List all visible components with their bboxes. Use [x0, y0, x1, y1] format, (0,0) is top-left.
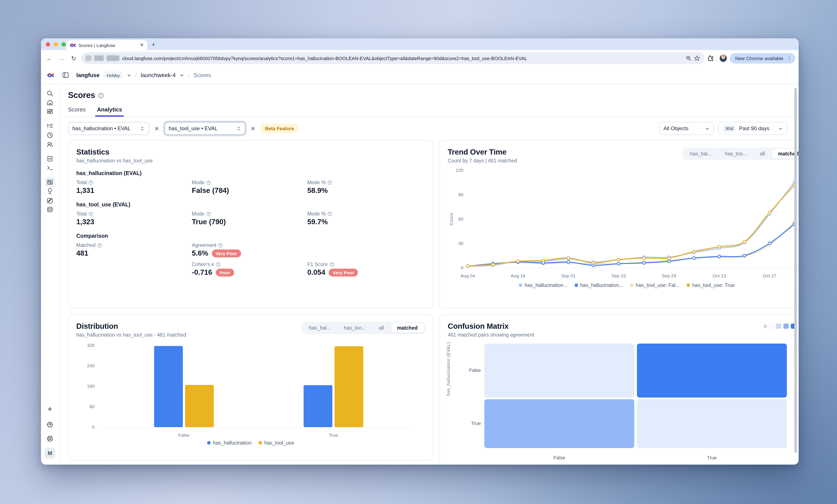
view-tab-has-too-[interactable]: has_too...: [719, 149, 753, 158]
scores-icon: [47, 179, 53, 185]
rating-badge: Very Poor: [212, 249, 241, 257]
help-icon[interactable]: [218, 243, 223, 247]
plan-badge: Hobby: [104, 71, 123, 79]
view-tab-has-too-[interactable]: has_too...: [338, 323, 372, 333]
scrollbar-thumb[interactable]: [794, 88, 797, 453]
confusion-cell-false-false[interactable]: [484, 343, 634, 397]
svg-text:True: True: [329, 433, 338, 437]
site-info-chip[interactable]: [86, 55, 92, 61]
extensions-puzzle-icon[interactable]: [707, 55, 714, 61]
confusion-col-label: True: [638, 455, 786, 460]
remove-score1-button[interactable]: ✕: [154, 125, 160, 132]
tab-scores[interactable]: Scores: [68, 106, 86, 117]
new-chrome-available-button[interactable]: New Chrome available ⋮: [730, 53, 795, 63]
metric-value: 0.054: [307, 268, 325, 277]
chevron-down-icon: [705, 126, 710, 131]
score1-value: has_hallucination • EVAL: [72, 125, 137, 131]
distribution-bar-chart: 080160240320FalseTrue: [76, 339, 421, 440]
sidebar-item-settings[interactable]: [45, 419, 55, 429]
help-icon[interactable]: [330, 262, 334, 267]
sidebar-toggle-icon[interactable]: [63, 72, 69, 78]
scale-max-label: 303: [798, 323, 799, 329]
breadcrumb-page[interactable]: Scores: [194, 72, 211, 78]
legend-dot: [207, 441, 211, 445]
help-icon[interactable]: [327, 211, 332, 216]
sidebar-item-home[interactable]: [45, 97, 55, 108]
bookmark-star-icon[interactable]: [694, 55, 700, 61]
metric-value: 58.9%: [307, 186, 328, 194]
help-icon[interactable]: [97, 243, 102, 247]
sidebar-item-datasets[interactable]: [45, 204, 55, 214]
score1-select[interactable]: has_hallucination • EVAL: [68, 122, 149, 135]
chrome-menu-icon[interactable]: ⋮: [785, 55, 794, 61]
site-info-chip[interactable]: [94, 55, 104, 61]
chevron-down-icon[interactable]: [127, 73, 131, 77]
back-icon[interactable]: ←: [44, 55, 54, 62]
sidebar-item-users[interactable]: [45, 139, 55, 149]
distribution-view-tabs: has_hal...has_too...allmatched: [302, 322, 425, 334]
forward-icon[interactable]: →: [57, 55, 66, 62]
legend-dot: [630, 283, 634, 287]
sidebar-item-search[interactable]: [45, 88, 55, 98]
maximize-window-button[interactable]: [61, 42, 66, 46]
url-text[interactable]: cloud.langfuse.com/project/cmhnuoj660007…: [122, 56, 683, 61]
sidebar-item-sparkle[interactable]: [45, 405, 55, 415]
svg-text:240: 240: [87, 363, 94, 368]
view-tab-matched[interactable]: matched: [391, 323, 424, 333]
reload-icon[interactable]: ↻: [69, 55, 78, 62]
profile-avatar[interactable]: [719, 54, 727, 62]
object-filter-select[interactable]: All Objects: [659, 122, 714, 135]
sidebar-item-scores[interactable]: [45, 177, 55, 187]
new-tab-button[interactable]: +: [152, 41, 155, 48]
close-window-button[interactable]: [46, 42, 50, 46]
help-icon[interactable]: [206, 180, 211, 185]
sidebar-rail: M: [41, 85, 59, 465]
langfuse-favicon: [70, 42, 76, 48]
svg-text:120: 120: [456, 168, 463, 173]
score2-select[interactable]: has_tool_use • EVAL: [164, 122, 246, 135]
zoom-page-icon[interactable]: [686, 55, 692, 61]
sidebar-item-support[interactable]: [45, 433, 55, 444]
breadcrumb-org[interactable]: langfuse: [76, 72, 100, 78]
sidebar-item-sessions[interactable]: [45, 130, 55, 140]
help-icon[interactable]: [89, 211, 93, 216]
chevron-down-icon[interactable]: [180, 73, 184, 77]
view-tab-all[interactable]: all: [754, 149, 771, 158]
statistics-title: Statistics: [76, 148, 425, 157]
help-icon[interactable]: [327, 180, 332, 185]
url-bar[interactable]: cloud.langfuse.com/project/cmhnuoj660007…: [81, 52, 705, 64]
info-icon[interactable]: [98, 93, 104, 98]
confusion-cell-true-false[interactable]: [484, 399, 634, 448]
tab-close-icon[interactable]: ✕: [140, 42, 144, 48]
help-icon[interactable]: [216, 262, 220, 267]
svg-text:80: 80: [90, 404, 94, 409]
tab-analytics[interactable]: Analytics: [97, 106, 122, 117]
minimize-window-button[interactable]: [54, 42, 58, 46]
sidebar-item-annotation[interactable]: [45, 195, 55, 206]
sidebar-item-tracing[interactable]: [45, 120, 55, 131]
sidebar-item-playground[interactable]: [45, 163, 55, 173]
view-tab-has-hal-[interactable]: has_hal...: [303, 323, 337, 333]
browser-tab[interactable]: Scores | Langfuse ✕: [66, 40, 147, 50]
help-icon[interactable]: [206, 211, 211, 216]
svg-text:Aug 18: Aug 18: [511, 273, 525, 278]
view-tab-has-hal-[interactable]: has_hal...: [684, 149, 718, 158]
user-avatar[interactable]: M: [44, 448, 55, 459]
stats-section-heading: Comparison: [76, 233, 425, 239]
site-info-chip[interactable]: [106, 55, 120, 61]
svg-text:320: 320: [87, 343, 94, 348]
metric-mode-: Mode %58.9%: [307, 180, 425, 194]
confusion-cell-true-true[interactable]: [637, 399, 787, 448]
sidebar-item-dashboards[interactable]: [45, 106, 55, 117]
breadcrumb-project[interactable]: launchweek-4: [141, 72, 176, 78]
distribution-title: Distribution: [76, 322, 186, 331]
sidebar-item-prompts[interactable]: [45, 153, 55, 164]
svg-text:Sep 01: Sep 01: [561, 273, 576, 278]
remove-score2-button[interactable]: ✕: [250, 125, 256, 132]
chevrons-up-down-icon: [236, 126, 241, 131]
sidebar-item-evaluators[interactable]: [45, 186, 55, 197]
date-range-select[interactable]: 90d Past 90 days: [718, 122, 787, 135]
help-icon[interactable]: [89, 180, 93, 185]
confusion-cell-false-true[interactable]: [637, 343, 787, 397]
view-tab-all[interactable]: all: [373, 323, 390, 333]
